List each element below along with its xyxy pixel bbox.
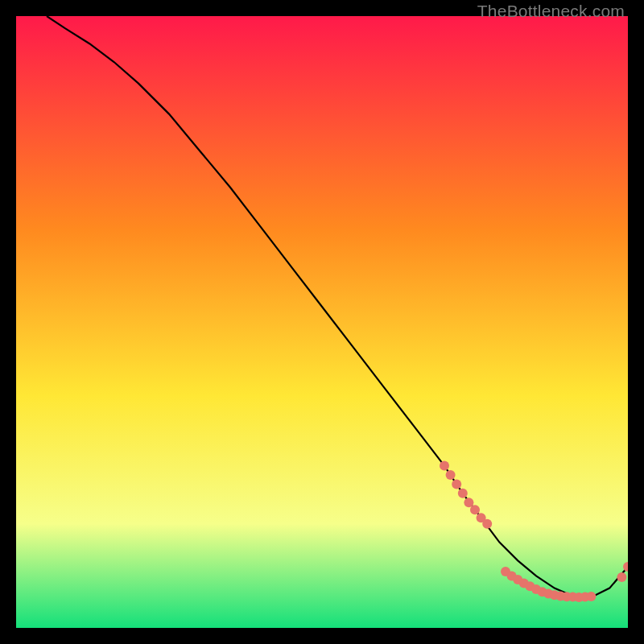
data-point	[440, 461, 449, 471]
data-point	[617, 572, 626, 582]
data-point	[446, 470, 456, 480]
data-point	[482, 519, 492, 529]
data-point	[586, 592, 596, 601]
gradient-background	[16, 16, 628, 628]
chart-frame	[16, 16, 628, 628]
watermark-text: TheBottleneck.com	[477, 2, 625, 21]
data-point	[458, 489, 468, 498]
data-point	[470, 505, 480, 514]
bottleneck-chart	[16, 16, 628, 628]
data-point	[452, 479, 461, 489]
